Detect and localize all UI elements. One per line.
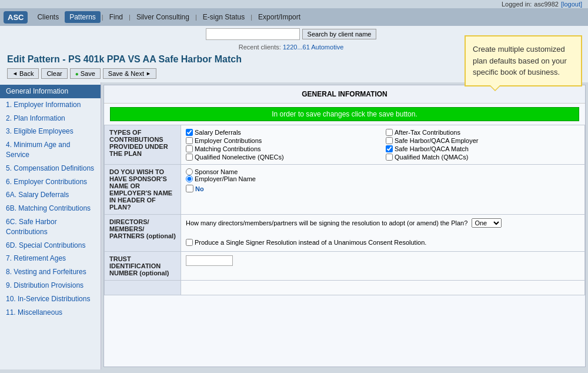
table-row: DIRECTORS/ MEMBERS/ PARTNERS (optional) … <box>105 215 585 252</box>
back-button[interactable]: Back <box>7 68 39 79</box>
qnecs-checkbox[interactable] <box>186 154 193 161</box>
radio-sponsor: Sponsor Name <box>186 168 580 175</box>
nav-find[interactable]: Find <box>105 11 128 23</box>
qmacs-label: Qualified Match (QMACs) <box>395 154 468 161</box>
checkbox-qnecs: Qualified Nonelective (QNECs) <box>186 154 380 161</box>
table-row: TRUST IDENTIFICATION NUMBER (optional) <box>105 251 585 280</box>
directors-value: How many directors/members/partners will… <box>181 215 585 252</box>
logged-in-label: Logged in: <box>502 1 532 8</box>
recent-clients: Recent clients: 1220...61 Automotive <box>239 44 344 51</box>
asc-logo[interactable]: ASC <box>4 11 28 24</box>
checkbox-matching: Matching Contributions <box>186 145 380 152</box>
nav-patterns[interactable]: Patterns <box>65 11 101 23</box>
save-button[interactable]: Save <box>70 68 101 79</box>
trust-id-input[interactable] <box>186 255 233 266</box>
matching-label: Matching Contributions <box>195 145 261 152</box>
employer-radio[interactable] <box>186 175 193 182</box>
directors-dropdown[interactable]: One Two Three <box>472 218 502 228</box>
sidebar-item-matching[interactable]: 6B. Matching Contributions <box>0 202 101 215</box>
sidebar-item-salary[interactable]: 6A. Salary Deferrals <box>0 188 101 202</box>
checkbox-safe-harbor-match: Safe Harbor/QACA Match <box>386 145 580 152</box>
after-tax-checkbox[interactable] <box>386 129 393 136</box>
checkbox-qmacs: Qualified Match (QMACs) <box>386 154 580 161</box>
empty-label <box>105 280 181 295</box>
salary-checkbox[interactable] <box>186 129 193 136</box>
nav-esign[interactable]: E-sign Status <box>198 11 249 23</box>
logout-link[interactable]: [logout] <box>561 1 582 8</box>
search-input[interactable] <box>206 28 300 40</box>
clear-button[interactable]: Clear <box>41 68 67 79</box>
tooltip-text: Create multiple customized plan defaults… <box>473 45 567 76</box>
nav-silver[interactable]: Silver Consulting <box>132 11 194 23</box>
search-row: Search by client name <box>206 28 377 40</box>
save-message: In order to save changes click the save … <box>110 107 579 121</box>
sidebar: General Information 1. Employer Informat… <box>0 82 101 369</box>
no-checkbox[interactable] <box>186 185 193 192</box>
contributions-value: Salary Deferrals After-Tax Contributions… <box>181 125 585 165</box>
qnecs-label: Qualified Nonelective (QNECs) <box>195 154 284 161</box>
section-title: GENERAL INFORMATION <box>104 85 585 104</box>
sponsor-name-label: DO YOU WISH TO HAVE SPONSOR'S NAME OR EM… <box>105 165 181 215</box>
sidebar-item-special[interactable]: 6D. Special Contributions <box>0 239 101 252</box>
contributions-grid: Salary Deferrals After-Tax Contributions… <box>186 129 580 161</box>
search-button[interactable]: Search by client name <box>302 29 377 39</box>
qmacs-checkbox[interactable] <box>386 154 393 161</box>
sidebar-item-distribution[interactable]: 9. Distribution Provisions <box>0 279 101 292</box>
safe-harbor-match-checkbox[interactable] <box>386 145 393 152</box>
table-row: TYPES OF CONTRIBUTIONS PROVIDED UNDER TH… <box>105 125 585 165</box>
employer-checkbox[interactable] <box>186 137 193 144</box>
sidebar-item-employer-info[interactable]: 1. Employer Information <box>0 98 101 112</box>
sidebar-item-plan-info[interactable]: 2. Plan Information <box>0 112 101 125</box>
single-signer-checkbox[interactable] <box>186 239 193 246</box>
single-signer-row: Produce a Single Signer Resolution inste… <box>186 238 580 248</box>
top-bar: Logged in: asc9982 [logout] <box>0 0 588 8</box>
checkbox-employer: Employer Contributions <box>186 137 380 144</box>
sidebar-item-misc[interactable]: 11. Miscellaneous <box>0 306 101 319</box>
radio-employer: Employer/Plan Name <box>186 175 580 182</box>
safe-harbor-match-label: Safe Harbor/QACA Match <box>395 145 469 152</box>
sidebar-item-vesting[interactable]: 8. Vesting and Forfeitures <box>0 265 101 279</box>
no-label: No <box>195 185 204 192</box>
matching-checkbox[interactable] <box>186 145 193 152</box>
trust-id-label: TRUST IDENTIFICATION NUMBER (optional) <box>105 251 181 280</box>
directors-text: How many directors/members/partners will… <box>186 219 467 227</box>
contributions-label: TYPES OF CONTRIBUTIONS PROVIDED UNDER TH… <box>105 125 181 165</box>
sidebar-item-min-age[interactable]: 4. Minimum Age and Service <box>0 138 101 162</box>
save-next-button[interactable]: Save & Next <box>103 68 156 79</box>
form-table: TYPES OF CONTRIBUTIONS PROVIDED UNDER TH… <box>104 125 585 295</box>
safe-harbor-employer-checkbox[interactable] <box>386 137 393 144</box>
sidebar-item-safe-harbor[interactable]: 6C. Safe Harbor Contributions <box>0 215 101 239</box>
sponsor-name-value: Sponsor Name Employer/Plan Name No <box>181 165 585 215</box>
trust-id-value <box>181 251 585 280</box>
sidebar-item-in-service[interactable]: 10. In-Service Distributions <box>0 292 101 306</box>
table-row <box>105 280 585 295</box>
tooltip-box: Create multiple customized plan defaults… <box>465 35 582 86</box>
checkbox-salary: Salary Deferrals <box>186 129 380 136</box>
no-checkbox-row: No <box>186 185 580 192</box>
directors-label: DIRECTORS/ MEMBERS/ PARTNERS (optional) <box>105 215 181 252</box>
recent-label: Recent clients: <box>239 44 281 51</box>
checkbox-safe-harbor-employer: Safe Harbor/QACA Employer <box>386 137 580 144</box>
nav-sep2: | <box>129 14 131 21</box>
table-row: DO YOU WISH TO HAVE SPONSOR'S NAME OR EM… <box>105 165 585 215</box>
salary-label: Salary Deferrals <box>195 129 241 136</box>
after-tax-label: After-Tax Contributions <box>395 129 460 136</box>
empty-value <box>181 280 585 295</box>
sponsor-radio[interactable] <box>186 168 193 175</box>
sidebar-item-retirement[interactable]: 7. Retirement Ages <box>0 252 101 265</box>
nav-export[interactable]: Export/Import <box>253 11 305 23</box>
employer-contrib-label: Employer Contributions <box>195 137 262 144</box>
employer-option-label: Employer/Plan Name <box>195 175 256 182</box>
sidebar-item-employer-contrib[interactable]: 6. Employer Contributions <box>0 175 101 189</box>
recent-link[interactable]: 1220...61 Automotive <box>283 44 343 51</box>
sponsor-option-label: Sponsor Name <box>195 168 238 175</box>
content-area: GENERAL INFORMATION In order to save cha… <box>103 85 586 367</box>
main-layout: General Information 1. Employer Informat… <box>0 82 588 369</box>
safe-harbor-employer-label: Safe Harbor/QACA Employer <box>395 137 478 144</box>
sidebar-item-eligible[interactable]: 3. Eligible Employees <box>0 125 101 138</box>
username: asc9982 <box>534 1 559 8</box>
nav-clients[interactable]: Clients <box>32 11 64 23</box>
sidebar-item-general[interactable]: General Information <box>0 85 101 98</box>
single-signer-label: Produce a Single Signer Resolution inste… <box>195 238 426 248</box>
sidebar-item-compensation[interactable]: 5. Compensation Definitions <box>0 162 101 175</box>
